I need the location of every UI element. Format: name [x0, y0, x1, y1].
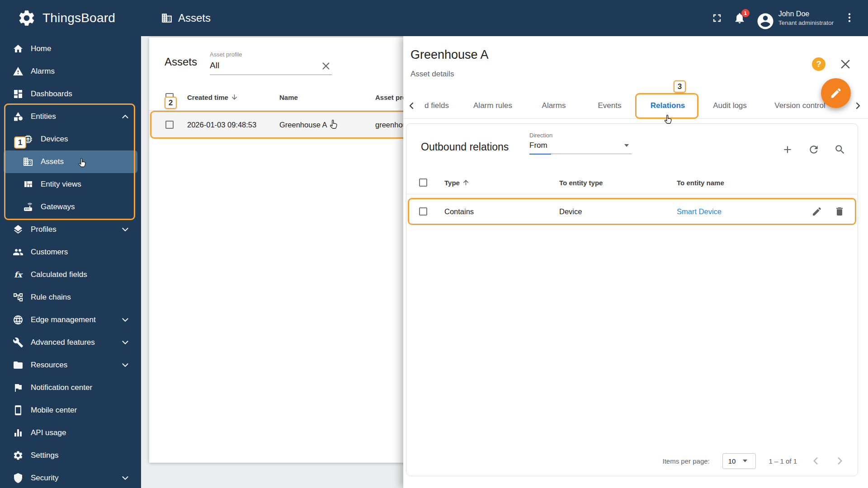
- brand-name: ThingsBoard: [42, 11, 115, 25]
- tour-step-badge: 2: [165, 97, 177, 109]
- phone-icon: [13, 405, 24, 416]
- sidebar-item-resources[interactable]: Resources: [4, 354, 137, 376]
- cell-created-time: 2026-01-03 09:48:53: [187, 121, 256, 129]
- tour-step-badge: 3: [674, 80, 686, 93]
- sidebar: Home Alarms Dashboards Entities Devices …: [0, 36, 141, 488]
- sidebar-item-calculated-fields[interactable]: fx Calculated fields: [4, 263, 137, 286]
- sidebar-item-home[interactable]: Home: [4, 38, 137, 60]
- asset-profile-filter[interactable]: Asset profile All: [210, 51, 332, 75]
- tab-audit-logs[interactable]: Audit logs: [699, 93, 760, 118]
- column-type[interactable]: Type: [444, 178, 470, 186]
- chevron-down-icon: [120, 360, 130, 370]
- assets-table-header: Created time Name Asset profile: [149, 84, 420, 111]
- dropdown-caret-icon: [624, 144, 629, 147]
- sidebar-item-gateways[interactable]: Gateways: [4, 196, 137, 218]
- delete-relation-button[interactable]: [834, 206, 845, 217]
- sidebar-item-entity-views[interactable]: Entity views: [4, 173, 137, 196]
- tab-calculated-fields[interactable]: d fields: [412, 93, 461, 118]
- chevron-down-icon: [120, 338, 130, 347]
- folder-icon: [13, 360, 24, 371]
- next-page-button[interactable]: [834, 455, 846, 467]
- topbar: ThingsBoard Assets 1 John Doe Tenant adm…: [0, 0, 868, 36]
- add-relation-button[interactable]: [782, 144, 793, 155]
- tabs-scroll-right-button[interactable]: [853, 100, 863, 111]
- assets-panel-title: Assets: [165, 56, 197, 68]
- kebab-menu-button[interactable]: [844, 12, 856, 24]
- help-button[interactable]: ?: [812, 57, 826, 71]
- column-created-time[interactable]: Created time: [187, 93, 238, 101]
- sidebar-item-alarms[interactable]: Alarms: [4, 60, 137, 83]
- user-name: John Doe: [778, 9, 834, 19]
- details-subtitle: Asset details: [410, 70, 454, 79]
- cell-name: Greenhouse A: [279, 121, 327, 129]
- column-to-entity-type[interactable]: To entity type: [559, 178, 603, 186]
- search-button[interactable]: [834, 144, 846, 155]
- clear-filter-button[interactable]: [321, 61, 331, 71]
- relations-heading: Outbound relations: [421, 141, 509, 153]
- sidebar-item-customers[interactable]: Customers: [4, 241, 137, 263]
- details-header-actions: ?: [812, 57, 852, 71]
- sidebar-item-settings[interactable]: Settings: [4, 444, 137, 467]
- row-checkbox[interactable]: [419, 207, 427, 216]
- row-actions: [811, 206, 845, 217]
- sidebar-item-edge-management[interactable]: Edge management: [4, 309, 137, 331]
- sidebar-item-mobile-center[interactable]: Mobile center: [4, 399, 137, 422]
- cursor-icon: [77, 157, 88, 168]
- asset-row-greenhouse-a[interactable]: 2026-01-03 09:48:53 Greenhouse A greenho…: [149, 112, 420, 138]
- page-size-select[interactable]: 10: [722, 453, 756, 469]
- sidebar-item-rule-chains[interactable]: Rule chains: [4, 286, 137, 309]
- notifications-button[interactable]: 1: [733, 12, 746, 24]
- details-title: Greenhouse A: [410, 48, 489, 62]
- page-title-text: Assets: [178, 12, 211, 24]
- sidebar-item-notification-center[interactable]: Notification center: [4, 376, 137, 399]
- filter-label: Asset profile: [210, 51, 332, 58]
- flag-icon: [13, 382, 24, 393]
- gear-icon: [13, 450, 24, 461]
- direction-select[interactable]: Direction From: [529, 132, 632, 154]
- cursor-icon: [328, 119, 339, 130]
- edit-relation-button[interactable]: [811, 206, 822, 217]
- sidebar-item-dashboards[interactable]: Dashboards: [4, 83, 137, 105]
- previous-page-button[interactable]: [810, 455, 821, 467]
- cell-type: Contains: [444, 207, 474, 216]
- items-per-page-label: Items per page:: [663, 457, 710, 465]
- relations-panel: Outbound relations Direction From Type T…: [406, 123, 858, 476]
- direction-label: Direction: [529, 132, 632, 139]
- select-all-checkbox[interactable]: [419, 178, 427, 187]
- sidebar-item-api-usage[interactable]: API usage: [4, 422, 137, 444]
- column-to-entity-name[interactable]: To entity name: [677, 178, 724, 186]
- tab-events[interactable]: Events: [583, 93, 636, 118]
- sidebar-item-advanced-features[interactable]: Advanced features: [4, 331, 137, 354]
- tab-alarms[interactable]: Alarms: [524, 93, 583, 118]
- sidebar-item-assets[interactable]: Assets: [4, 150, 137, 173]
- column-name[interactable]: Name: [279, 93, 298, 101]
- fullscreen-button[interactable]: [711, 12, 723, 24]
- sidebar-item-profiles[interactable]: Profiles: [4, 218, 137, 241]
- warning-icon: [13, 66, 24, 77]
- asset-details-drawer: Greenhouse A Asset details ? d fields Al…: [403, 36, 868, 488]
- category-icon: [13, 111, 24, 122]
- assets-list-panel: Assets Asset profile All Created time Na…: [149, 38, 420, 463]
- to-entity-name-link[interactable]: Smart Device: [677, 207, 722, 216]
- avatar[interactable]: [756, 12, 769, 24]
- dropdown-caret-icon: [743, 460, 747, 462]
- people-icon: [13, 247, 24, 258]
- assets-icon: [23, 156, 33, 167]
- relations-table-header: Type To entity type To entity name: [406, 171, 858, 194]
- close-button[interactable]: [839, 58, 852, 70]
- sort-asc-icon: [462, 178, 470, 186]
- row-checkbox[interactable]: [165, 121, 174, 129]
- user-role: Tenant administrator: [778, 19, 834, 27]
- brand[interactable]: ThingsBoard: [0, 9, 141, 28]
- sidebar-item-security[interactable]: Security: [4, 467, 137, 488]
- layers-icon: [13, 224, 24, 235]
- refresh-button[interactable]: [808, 144, 820, 155]
- relation-row-contains[interactable]: Contains Device Smart Device: [406, 199, 858, 224]
- shield-icon: [13, 473, 24, 483]
- chevron-down-icon: [120, 225, 130, 235]
- sidebar-item-entities[interactable]: Entities: [4, 105, 137, 128]
- tab-alarm-rules[interactable]: Alarm rules: [461, 93, 524, 118]
- edit-fab-button[interactable]: [821, 78, 851, 108]
- notification-badge: 1: [741, 9, 750, 17]
- wrench-icon: [13, 337, 24, 348]
